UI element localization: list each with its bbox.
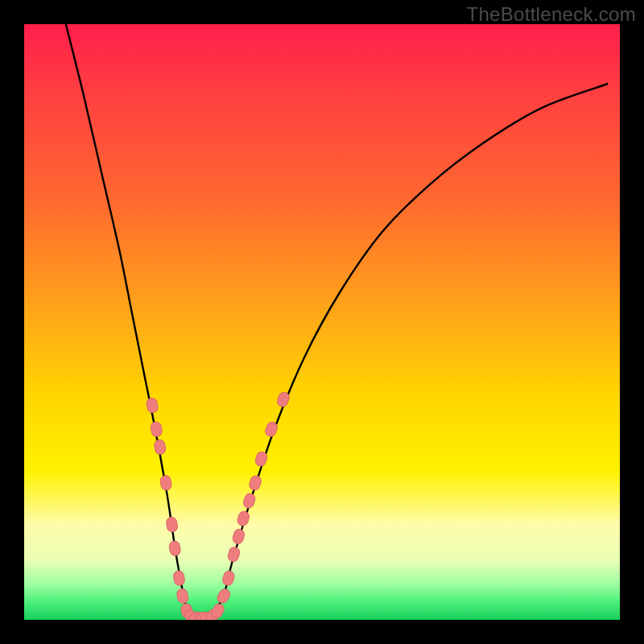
data-marker (168, 540, 181, 556)
data-marker (242, 492, 257, 509)
watermark-text: TheBottleneck.com (466, 3, 636, 26)
data-marker (216, 587, 232, 605)
bottleneck-curve (66, 24, 608, 620)
data-marker (173, 570, 186, 586)
data-markers (146, 390, 291, 620)
data-marker (248, 474, 262, 491)
plot-area (24, 24, 620, 620)
data-marker (176, 588, 190, 604)
data-marker (227, 546, 242, 563)
data-marker (221, 570, 236, 587)
chart-frame: TheBottleneck.com (0, 0, 644, 644)
data-marker (159, 475, 172, 491)
data-marker (150, 421, 163, 437)
data-marker (166, 517, 179, 533)
data-marker (154, 439, 167, 455)
data-marker (232, 528, 246, 545)
data-marker (236, 510, 250, 527)
chart-svg (24, 24, 620, 620)
data-marker (146, 398, 159, 414)
